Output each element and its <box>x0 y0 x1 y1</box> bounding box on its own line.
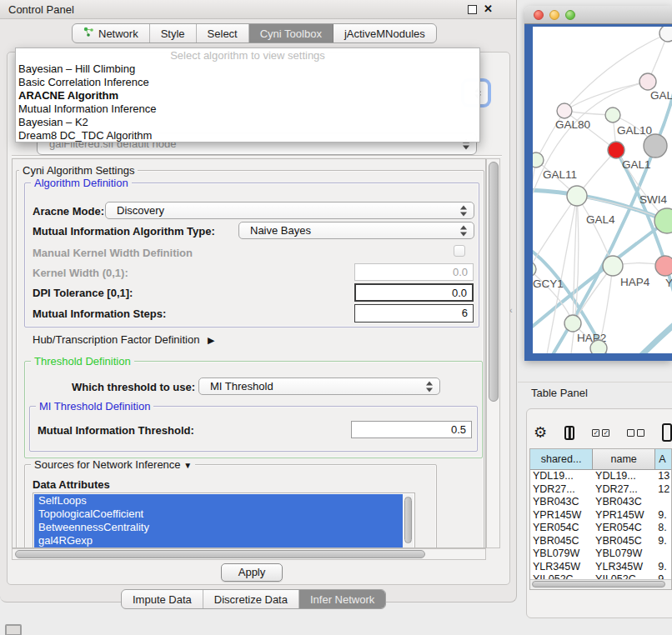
tab-impute-data[interactable]: Impute Data <box>122 590 203 608</box>
minimized-panel-icon[interactable] <box>5 624 22 635</box>
select-all-columns-icon[interactable]: ✓ ✓ <box>592 429 609 437</box>
mi-steps-field[interactable]: 6 <box>354 304 474 322</box>
network-node-y[interactable] <box>655 256 672 276</box>
network-node[interactable] <box>590 340 607 353</box>
table-row[interactable]: YBL079WYBL079W <box>530 548 671 561</box>
column-header-a[interactable]: A <box>655 449 671 469</box>
mi-algorithm-type-value: Naive Bayes <box>250 224 311 237</box>
network-node-gcy1[interactable] <box>533 262 536 277</box>
sources-toggle[interactable]: Sources for Network Inference ▼ <box>31 458 195 471</box>
dpi-tolerance-label: DPI Tolerance [0,1]: <box>33 287 133 299</box>
mi-threshold-field[interactable]: 0.5 <box>351 421 472 438</box>
minimize-traffic-light-icon[interactable] <box>549 10 559 20</box>
table-row[interactable]: YBR045CYBR045C9. <box>530 535 671 548</box>
dpi-tolerance-field[interactable]: 0.0 <box>354 283 474 302</box>
split-columns-icon[interactable] <box>564 426 574 440</box>
table-row[interactable]: YER054CYER054C8. <box>530 522 671 535</box>
network-node-gal80[interactable] <box>557 103 572 118</box>
network-edge-highlighted[interactable] <box>609 320 672 353</box>
network-graph[interactable]: GALGAL80GAL10GAL1GAL11GAL4SWI4GCY1HAP4YH… <box>533 27 672 353</box>
cell: YPR145W <box>593 509 655 522</box>
mi-steps-label: Mutual Information Steps: <box>33 308 166 320</box>
tab-network[interactable]: Network <box>73 24 150 42</box>
kernel-width-field[interactable]: 0.0 <box>354 263 474 281</box>
network-node-label: Y <box>665 277 672 289</box>
algorithm-definition-title: Algorithm Definition <box>31 177 132 189</box>
cell: 13 <box>655 470 671 483</box>
cell: YDL19... <box>530 470 593 483</box>
table-row[interactable]: YLR345WYLR345W9. <box>530 561 671 574</box>
algorithm-option[interactable]: Mutual Information Inference <box>16 102 479 116</box>
table-scrollbar-thumb[interactable] <box>532 581 665 588</box>
new-table-icon[interactable] <box>662 423 672 442</box>
network-node-gal11[interactable] <box>533 152 544 168</box>
table-row[interactable]: YPR145WYPR145W9. <box>530 509 671 522</box>
tab-discretize-data[interactable]: Discretize Data <box>203 590 299 608</box>
zoom-traffic-light-icon[interactable] <box>565 10 575 20</box>
network-node[interactable] <box>659 27 672 42</box>
apply-button[interactable]: Apply <box>221 563 283 582</box>
network-node-label: GAL11 <box>543 168 577 181</box>
table-row[interactable]: YDR27...YDR27...12 <box>530 483 671 497</box>
column-header-shared-name[interactable]: shared... <box>530 449 593 469</box>
gear-icon[interactable]: ⚙ <box>534 423 547 442</box>
mi-algorithm-type-combo[interactable]: Naive Bayes <box>238 222 474 239</box>
tab-select[interactable]: Select <box>197 24 249 42</box>
settings-vertical-scrollbar[interactable] <box>486 158 500 548</box>
list-item[interactable]: gal4RGexp <box>34 534 404 548</box>
aracne-mode-combo[interactable]: Discovery <box>105 202 474 219</box>
network-node-label: GCY1 <box>533 278 564 290</box>
cell: YER054C <box>530 522 593 535</box>
which-threshold-combo[interactable]: MI Threshold <box>198 378 440 395</box>
network-canvas[interactable]: GALGAL80GAL10GAL1GAL11GAL4SWI4GCY1HAP4YH… <box>533 27 672 353</box>
settings-horizontal-scrollbar-thumb[interactable] <box>15 550 425 558</box>
cell: YER054C <box>593 522 655 535</box>
float-window-icon[interactable] <box>468 5 477 14</box>
hub-definition-toggle[interactable]: Hub/Transcription Factor Definition ▶ <box>33 333 214 346</box>
network-node-hap2[interactable] <box>564 315 581 332</box>
network-view-window[interactable]: GALGAL80GAL10GAL1GAL11GAL4SWI4GCY1HAP4YH… <box>524 6 672 361</box>
network-node-gal4[interactable] <box>567 186 587 206</box>
algorithm-option[interactable]: Bayesian – K2 <box>16 116 479 129</box>
network-node[interactable] <box>644 134 667 158</box>
network-edge-highlighted[interactable] <box>655 60 672 146</box>
settings-vertical-scrollbar-thumb[interactable] <box>489 162 499 402</box>
table-row[interactable]: YDL19...YDL19...13 <box>530 470 671 483</box>
control-panel-titlebar[interactable]: Control Panel ✕ <box>0 0 516 19</box>
list-scrollbar[interactable] <box>403 494 414 548</box>
close-icon[interactable]: ✕ <box>484 2 493 15</box>
algorithm-option[interactable]: Basic Correlation Inference <box>16 76 479 89</box>
cell: 9. <box>655 509 671 522</box>
column-header-name[interactable]: name <box>593 449 655 469</box>
network-node-gal1[interactable] <box>608 142 624 158</box>
network-edge[interactable] <box>564 82 648 111</box>
cell: 8. <box>655 522 671 535</box>
tab-network-label: Network <box>98 28 138 40</box>
network-node-gal[interactable] <box>639 73 656 90</box>
unselect-all-columns-icon[interactable] <box>627 429 644 437</box>
tab-jactivemnodules[interactable]: jActiveMNodules <box>333 24 436 42</box>
network-node-gal10[interactable] <box>605 108 620 122</box>
table-horizontal-scrollbar[interactable] <box>530 579 671 589</box>
network-node-hap4[interactable] <box>603 256 623 276</box>
manual-kernel-width-checkbox[interactable] <box>454 245 465 257</box>
table-row[interactable]: YBR043CYBR043C <box>530 496 671 509</box>
list-item[interactable]: TopologicalCoefficient <box>34 508 404 521</box>
list-item[interactable]: SelfLoops <box>34 494 404 508</box>
settings-horizontal-scrollbar[interactable] <box>12 548 486 560</box>
cell: YBR045C <box>593 535 655 548</box>
tab-infer-network[interactable]: Infer Network <box>299 590 385 608</box>
tab-cyni-toolbox[interactable]: Cyni Toolbox <box>249 24 333 42</box>
tab-style[interactable]: Style <box>150 24 197 42</box>
close-traffic-light-icon[interactable] <box>534 10 544 20</box>
algorithm-option[interactable]: Dream8 DC_TDC Algorithm <box>16 129 479 142</box>
data-attributes-list[interactable]: SelfLoops TopologicalCoefficient Between… <box>33 492 415 548</box>
algorithm-popup-placeholder: Select algorithm to view settings <box>16 49 479 62</box>
cell <box>655 548 671 561</box>
list-item[interactable]: BetweennessCentrality <box>34 521 404 534</box>
list-scrollbar-thumb[interactable] <box>404 497 412 543</box>
algorithm-option[interactable]: Bayesian – Hill Climbing <box>16 62 479 76</box>
network-window-titlebar[interactable] <box>524 6 672 24</box>
algorithm-option-selected[interactable]: ARACNE Algorithm <box>16 89 479 102</box>
split-pane-grip[interactable]: ‹ <box>509 305 513 315</box>
